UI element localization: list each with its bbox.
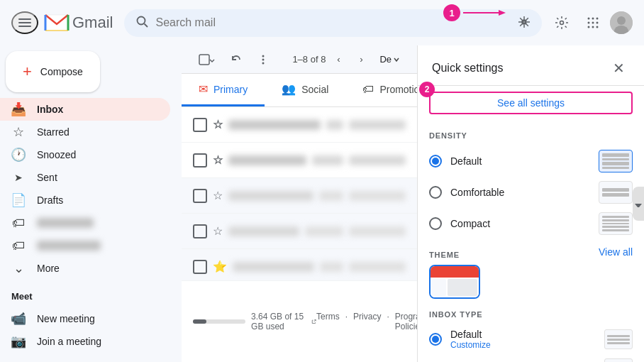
- density-comfortable[interactable]: Comfortable: [429, 177, 633, 208]
- email-list-area: 1–8 of 8 ‹ › De ✉ Primary 👥 Social: [182, 45, 417, 362]
- annotation-badge-2: 2: [419, 82, 435, 97]
- footer-links: Terms · Privacy · Program Policies: [316, 312, 417, 331]
- prev-page-button[interactable]: ‹: [328, 50, 348, 70]
- inbox-type-section-label: INBOX TYPE: [429, 310, 633, 319]
- theme-preview[interactable]: [429, 265, 480, 299]
- row-snippet: [326, 120, 343, 130]
- more-icon: ⌄: [11, 260, 26, 276]
- settings-button[interactable]: [548, 9, 576, 37]
- row-star-icon[interactable]: ☆: [213, 224, 223, 238]
- compose-label: Compose: [40, 66, 83, 77]
- inbox-default-radio[interactable]: [429, 333, 442, 346]
- more-label: More: [37, 263, 159, 274]
- settings-icon: [555, 16, 569, 30]
- svg-point-7: [592, 18, 594, 20]
- theme-bottom: [431, 278, 479, 297]
- sidebar-item-drafts[interactable]: 📄 Drafts: [0, 189, 170, 212]
- inbox-type-dropdown-icon: [393, 56, 400, 63]
- search-input[interactable]: [155, 16, 512, 29]
- scroll-arrow[interactable]: [633, 187, 644, 221]
- svg-point-9: [588, 22, 590, 24]
- inbox-option-default[interactable]: Default Customize: [429, 324, 633, 354]
- select-all-button[interactable]: [193, 51, 221, 68]
- hangouts-header: Hangouts +: [0, 358, 182, 362]
- table-row[interactable]: ⭐: [182, 249, 417, 280]
- row-checkbox[interactable]: [193, 153, 207, 168]
- table-row[interactable]: ☆: [182, 214, 417, 249]
- terms-link[interactable]: Terms: [316, 312, 340, 331]
- storage-link-icon[interactable]: [311, 317, 316, 326]
- inbox-option-important[interactable]: Important first: [429, 354, 633, 362]
- gmail-m-icon: [44, 13, 70, 32]
- row-snippet: [319, 191, 343, 201]
- density-default-radio[interactable]: [429, 155, 442, 168]
- qs-close-button[interactable]: ✕: [607, 57, 630, 79]
- compose-button[interactable]: + Compose: [6, 51, 100, 92]
- table-row[interactable]: ☆: [182, 107, 417, 143]
- primary-tab-icon: ✉: [199, 82, 208, 96]
- program-policies-link[interactable]: Program Policies: [395, 312, 417, 331]
- tab-social[interactable]: 👥 Social: [265, 74, 345, 106]
- search-options-icon[interactable]: [518, 16, 531, 31]
- density-comfortable-radio[interactable]: [429, 186, 442, 199]
- sidebar: + Compose 📥 Inbox ☆ Starred 🕐 Snoozed ➤ …: [0, 45, 182, 362]
- density-compact[interactable]: Compact: [429, 208, 633, 239]
- sidebar-item-label1[interactable]: 🏷: [0, 212, 170, 234]
- search-bar[interactable]: [124, 9, 542, 37]
- row-checkbox[interactable]: [193, 189, 207, 203]
- row-date: [349, 120, 406, 130]
- svg-point-3: [138, 16, 145, 24]
- density-section-label: DENSITY: [429, 131, 633, 140]
- apps-icon: [586, 16, 600, 30]
- refresh-button[interactable]: [224, 50, 248, 69]
- see-all-settings-button[interactable]: See all settings: [429, 92, 633, 114]
- sidebar-item-more[interactable]: ⌄ More: [0, 257, 170, 280]
- row-star-icon[interactable]: ☆: [213, 118, 223, 131]
- density-compact-label: Compact: [450, 218, 490, 229]
- row-star-icon[interactable]: ☆: [213, 189, 223, 202]
- density-compact-radio[interactable]: [429, 217, 442, 230]
- starred-label: Starred: [37, 126, 159, 138]
- table-row[interactable]: ☆: [182, 178, 417, 214]
- density-compact-preview: [599, 212, 633, 235]
- row-checkbox[interactable]: [193, 118, 207, 132]
- sidebar-item-starred[interactable]: ☆ Starred: [0, 121, 170, 143]
- compose-plus-icon: +: [23, 62, 32, 81]
- view-all-themes-link[interactable]: View all: [599, 246, 633, 258]
- meet-header: Meet: [0, 285, 182, 307]
- sidebar-item-label2[interactable]: 🏷: [0, 234, 170, 257]
- sidebar-item-snoozed[interactable]: 🕐 Snoozed: [0, 143, 170, 166]
- sidebar-item-new-meeting[interactable]: 📹 New meeting: [0, 307, 170, 330]
- topbar-actions: [548, 9, 633, 37]
- row-date: [349, 226, 406, 236]
- sidebar-item-join-meeting[interactable]: 📷 Join a meeting: [0, 330, 170, 353]
- row-star-icon[interactable]: ⭐: [213, 260, 227, 273]
- density-default[interactable]: Default: [429, 146, 633, 177]
- row-sender: [228, 120, 321, 130]
- svg-point-10: [592, 22, 594, 24]
- inbox-customize-link[interactable]: Customize: [450, 340, 491, 350]
- row-star-icon[interactable]: ☆: [213, 153, 223, 167]
- svg-point-11: [596, 22, 599, 24]
- svg-line-4: [145, 23, 148, 27]
- sidebar-item-sent[interactable]: ➤ Sent: [0, 166, 170, 189]
- next-page-button[interactable]: ›: [351, 50, 371, 70]
- row-checkbox[interactable]: [193, 260, 207, 274]
- tab-promotions[interactable]: 🏷 Promotions: [345, 74, 417, 106]
- row-checkbox[interactable]: [193, 224, 207, 238]
- inbox-type-button[interactable]: De: [374, 51, 406, 67]
- theme-sidebar-preview: [432, 279, 446, 296]
- privacy-link[interactable]: Privacy: [353, 312, 381, 331]
- row-snippet: [320, 262, 343, 272]
- avatar[interactable]: [610, 11, 633, 34]
- snoozed-label: Snoozed: [37, 149, 159, 160]
- apps-button[interactable]: [579, 9, 607, 37]
- row-snippet: [312, 155, 343, 165]
- menu-button[interactable]: [11, 11, 38, 34]
- inbox-type-label: De: [379, 54, 392, 65]
- table-row[interactable]: ☆: [182, 143, 417, 178]
- more-options-button[interactable]: [251, 50, 275, 69]
- storage-bar: [193, 319, 245, 324]
- sidebar-item-inbox[interactable]: 📥 Inbox: [0, 98, 170, 121]
- tab-primary[interactable]: ✉ Primary: [182, 74, 265, 106]
